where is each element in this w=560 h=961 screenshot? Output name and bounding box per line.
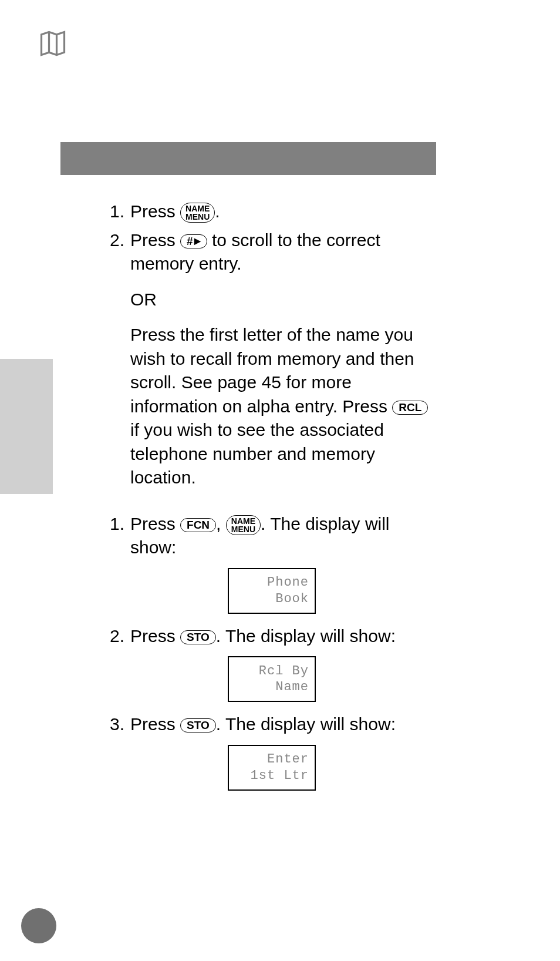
paragraph-part2: if you wish to see the associated teleph… [130, 420, 384, 487]
key-label-top: NAME [231, 517, 255, 525]
step-number: 1. [104, 512, 130, 560]
side-tab [0, 359, 53, 494]
key-label: # [187, 236, 193, 247]
key-label: FCN [187, 519, 210, 530]
fcn-key: FCN [180, 518, 216, 532]
map-icon [38, 28, 68, 59]
paragraph-part1: Press the first letter of the name you w… [130, 325, 414, 416]
step-1b: 1. Press FCN , NAME MENU . The display w… [104, 512, 439, 560]
step-text-after: . [215, 201, 220, 221]
step-text: Press [130, 714, 180, 734]
step-number: 1. [104, 200, 130, 224]
key-label: STO [187, 720, 210, 731]
step-body: Press FCN , NAME MENU . The display will… [130, 512, 439, 560]
hash-scroll-key: #▶ [180, 234, 207, 248]
step-body: Press #▶ to scroll to the correct memory… [130, 229, 439, 276]
sto-key: STO [180, 630, 216, 644]
display-line2: Book [232, 591, 309, 607]
step-text: Press [130, 626, 180, 646]
step-1: 1. Press NAME MENU . [104, 200, 439, 224]
step-number: 2. [104, 229, 130, 276]
key-label-bottom: MENU [185, 213, 210, 221]
key-label-top: NAME [185, 204, 210, 213]
step-text: Press [130, 514, 180, 533]
display-line2: 1st Ltr [232, 768, 309, 784]
display-enter-1st-ltr: Enter 1st Ltr [228, 745, 316, 791]
key-label: RCL [399, 402, 421, 413]
paragraph: Press the first letter of the name you w… [130, 323, 439, 490]
step-text: Press [130, 201, 180, 221]
name-menu-key: NAME MENU [180, 203, 215, 223]
key-label-bottom: MENU [231, 525, 255, 533]
step-number: 2. [104, 624, 130, 648]
step-body: Press NAME MENU . [130, 200, 439, 224]
step-body: Press STO . The display will show: [130, 713, 439, 737]
display-rcl-by-name: Rcl By Name [228, 656, 316, 702]
step-mid: , [216, 514, 226, 533]
main-content: 1. Press NAME MENU . 2. Press #▶ to scro… [104, 200, 439, 801]
key-label: STO [187, 631, 210, 643]
header-bar [60, 142, 436, 175]
display-line1: Phone [232, 574, 309, 591]
step-2: 2. Press #▶ to scroll to the correct mem… [104, 229, 439, 276]
rcl-key: RCL [392, 401, 428, 415]
display-phone-book: Phone Book [228, 568, 316, 614]
step-body: Press STO . The display will show: [130, 624, 439, 648]
page-number-circle [21, 908, 56, 943]
step-2b: 2. Press STO . The display will show: [104, 624, 439, 648]
display-line1: Enter [232, 751, 309, 768]
step-number: 3. [104, 713, 130, 737]
name-menu-key: NAME MENU [226, 515, 261, 535]
arrow-right-icon: ▶ [194, 237, 201, 245]
or-separator: OR [130, 288, 439, 312]
step-3b: 3. Press STO . The display will show: [104, 713, 439, 737]
step-text: Press [130, 230, 180, 250]
display-line1: Rcl By [232, 663, 309, 680]
display-line2: Name [232, 679, 309, 695]
sto-key: STO [180, 718, 216, 732]
step-text-after: . The display will show: [216, 714, 396, 734]
step-text-after: . The display will show: [216, 626, 396, 646]
